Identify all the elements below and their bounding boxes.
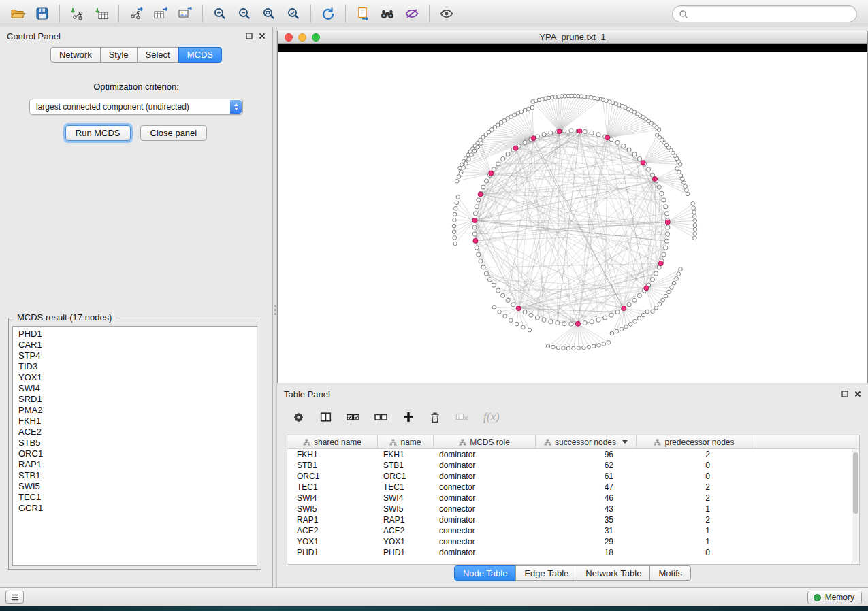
column-header-shared-name[interactable]: shared name: [287, 435, 378, 448]
table-row[interactable]: RAP1RAP1dominator352: [287, 514, 852, 525]
optimization-criterion-dropdown[interactable]: largest connected component (undirected): [29, 99, 243, 115]
network-view[interactable]: [278, 52, 867, 383]
column-header-MCDS-role[interactable]: MCDS role: [434, 435, 536, 448]
search-box[interactable]: [672, 5, 857, 22]
mcds-result-item[interactable]: PMA2: [13, 405, 257, 416]
mcds-result-item[interactable]: TID3: [13, 361, 257, 372]
mcds-result-item[interactable]: SWI4: [13, 383, 257, 394]
table-row[interactable]: ORC1ORC1dominator610: [287, 471, 852, 482]
table-cell: dominator: [434, 460, 536, 471]
toolbar-separator: [202, 5, 203, 22]
tab-network[interactable]: Network: [50, 47, 101, 63]
table-cell: 31: [536, 525, 637, 536]
float-panel-icon[interactable]: [246, 33, 253, 39]
import-network-icon: [69, 7, 84, 20]
float-table-panel-icon[interactable]: [841, 391, 848, 397]
table-row[interactable]: STB1STB1dominator620: [287, 460, 852, 471]
open-file-button[interactable]: [5, 3, 30, 24]
hide-selected-button[interactable]: [400, 3, 424, 24]
mcds-result-item[interactable]: YOX1: [13, 372, 257, 383]
search-input[interactable]: [688, 7, 856, 20]
import-table-button[interactable]: [89, 3, 114, 24]
zoom-out-button[interactable]: [232, 3, 257, 24]
zoom-fit-content-button[interactable]: [257, 3, 281, 24]
tab-network-table[interactable]: Network Table: [577, 565, 650, 581]
import-network-button[interactable]: [65, 3, 89, 24]
tab-motifs[interactable]: Motifs: [649, 565, 691, 581]
column-header-successor-nodes[interactable]: successor nodes: [536, 435, 637, 448]
zoom-window-button[interactable]: [312, 33, 320, 42]
select-all-button[interactable]: [347, 411, 360, 423]
table-row[interactable]: YOX1YOX1connector291: [287, 536, 852, 547]
mcds-result-item[interactable]: STB5: [13, 437, 257, 448]
show-all-button[interactable]: [434, 3, 459, 24]
close-window-button[interactable]: [285, 33, 293, 42]
mcds-result-item[interactable]: SWI5: [13, 481, 257, 492]
panels-menu-button[interactable]: [5, 591, 24, 604]
zoom-in-button[interactable]: [208, 3, 232, 24]
delete-rows-icon: [429, 411, 441, 424]
clone-network-button[interactable]: [351, 3, 375, 24]
mcds-result-item[interactable]: FKH1: [13, 416, 257, 427]
close-panel-icon[interactable]: [259, 33, 266, 39]
mcds-result-item[interactable]: STP4: [13, 350, 257, 361]
table-toolbar: f(x): [277, 401, 868, 433]
table-cell: STB1: [287, 460, 378, 471]
tab-select[interactable]: Select: [137, 47, 179, 63]
mcds-result-item[interactable]: STB1: [13, 470, 257, 481]
mcds-result-item[interactable]: TEC1: [13, 492, 257, 503]
tab-node-table[interactable]: Node Table: [454, 565, 517, 581]
mcds-result-item[interactable]: ORC1: [13, 448, 257, 459]
column-dropdown-icon[interactable]: [622, 440, 628, 444]
table-row[interactable]: ACE2ACE2connector311: [287, 525, 852, 536]
mcds-result-item[interactable]: RAP1: [13, 459, 257, 470]
mcds-result-item[interactable]: ACE2: [13, 427, 257, 437]
tab-mcds[interactable]: MCDS: [178, 47, 222, 63]
sort-attribute-icon: [459, 439, 466, 446]
export-network-button[interactable]: [124, 3, 148, 24]
zoom-selected-button[interactable]: [281, 3, 306, 24]
network-graph[interactable]: [278, 52, 867, 383]
table-row[interactable]: SWI4SWI4dominator462: [287, 493, 852, 503]
function-builder-button[interactable]: f(x): [483, 410, 500, 424]
first-neighbors-button[interactable]: [375, 3, 400, 24]
column-header-name[interactable]: name: [378, 435, 434, 448]
minimize-window-button[interactable]: [298, 33, 306, 42]
table-cell: SWI4: [287, 493, 378, 503]
delete-rows-button[interactable]: [429, 411, 441, 424]
export-table-button[interactable]: [148, 3, 173, 24]
table-cell: 35: [536, 514, 637, 525]
table-cell: 0: [637, 471, 752, 482]
toggle-columns-button[interactable]: [319, 411, 332, 423]
network-window-titlebar[interactable]: YPA_prune.txt_1: [278, 31, 867, 44]
memory-button[interactable]: Memory: [807, 591, 862, 604]
mcds-result-groupbox: MCDS result (17 nodes) PHD1CAR1STP4TID3Y…: [8, 318, 261, 570]
mcds-result-item[interactable]: SRD1: [13, 394, 257, 405]
table-row[interactable]: FKH1FKH1dominator962: [287, 449, 852, 460]
tab-style[interactable]: Style: [100, 47, 138, 63]
save-session-button[interactable]: [30, 3, 54, 24]
zoom-selected-icon: [287, 7, 300, 20]
mcds-result-item[interactable]: GCR1: [13, 503, 257, 514]
table-row[interactable]: TEC1TEC1connector472: [287, 482, 852, 493]
tab-edge-table[interactable]: Edge Table: [515, 565, 577, 581]
table-scrollbar[interactable]: [852, 449, 859, 564]
close-panel-button[interactable]: Close panel: [140, 125, 208, 141]
mcds-result-item[interactable]: CAR1: [13, 340, 257, 350]
table-cell: SWI5: [378, 503, 434, 514]
unselect-all-button[interactable]: [374, 411, 388, 423]
table-row[interactable]: SWI5SWI5connector431: [287, 503, 852, 514]
dropdown-selected-value: largest connected component (undirected): [30, 99, 242, 114]
refresh-layout-button[interactable]: [316, 3, 340, 24]
scrollbar-thumb[interactable]: [853, 452, 858, 514]
add-row-button[interactable]: [402, 411, 415, 423]
table-options-button[interactable]: [292, 411, 305, 424]
table-cell: connector: [434, 536, 536, 547]
column-header-predecessor-nodes[interactable]: predecessor nodes: [637, 435, 752, 448]
mcds-result-item[interactable]: PHD1: [13, 329, 257, 340]
close-table-panel-icon[interactable]: [854, 391, 861, 397]
run-mcds-button[interactable]: Run MCDS: [65, 125, 131, 141]
table-row[interactable]: PHD1PHD1dominator180: [287, 547, 852, 558]
table-cell: YOX1: [287, 536, 378, 547]
export-image-button[interactable]: [173, 3, 197, 24]
